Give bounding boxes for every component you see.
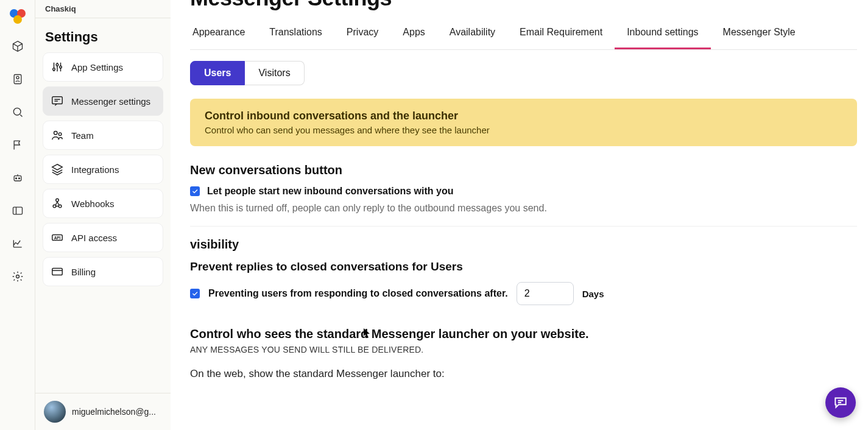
prevent-replies-checkbox[interactable] (190, 289, 200, 298)
webhook-icon (51, 197, 64, 210)
tab-privacy[interactable]: Privacy (334, 16, 390, 49)
tab-translations[interactable]: Translations (257, 16, 334, 49)
sidebar-title: Settings (35, 18, 171, 52)
sidebar-item-billing[interactable]: Billing (43, 257, 163, 286)
svg-point-17 (53, 205, 56, 208)
rail-bot-icon[interactable] (5, 166, 30, 190)
chat-icon (51, 94, 64, 108)
svg-text:API: API (54, 236, 61, 240)
sidebar: Chaskiq Settings App Settings Messenger … (35, 0, 171, 430)
avatar (44, 401, 66, 423)
main-content: Messenger Settings Appearance Translatio… (171, 0, 868, 430)
sidebar-item-api-access[interactable]: API API access (43, 223, 163, 252)
new-conversations-heading: New conversations button (190, 163, 868, 177)
rail-search-icon[interactable] (5, 100, 30, 124)
svg-point-7 (15, 178, 16, 179)
svg-point-5 (13, 108, 21, 115)
svg-point-11 (53, 68, 55, 71)
tab-messenger-style[interactable]: Messenger Style (711, 16, 808, 49)
sidebar-item-label: Integrations (71, 164, 119, 175)
rail-flag-icon[interactable] (5, 133, 30, 157)
prevent-replies-heading: Prevent replies to closed conversations … (190, 260, 868, 273)
svg-point-4 (16, 76, 18, 79)
card-icon (51, 265, 64, 278)
brand-label[interactable]: Chaskiq (35, 0, 171, 18)
banner-subtitle: Control who can send you messages and wh… (205, 125, 842, 135)
sidebar-item-label: Team (71, 130, 94, 141)
sidebar-item-integrations[interactable]: Integrations (43, 155, 163, 184)
svg-point-13 (60, 66, 62, 68)
app-logo[interactable] (8, 6, 27, 26)
sidebar-user[interactable]: miguelmichelson@g... (35, 393, 171, 430)
divider (190, 226, 857, 227)
sidebar-item-messenger-settings[interactable]: Messenger settings (43, 86, 163, 116)
rail-chart-icon[interactable] (5, 231, 30, 256)
svg-point-19 (56, 199, 59, 202)
svg-point-16 (58, 133, 62, 136)
tab-availability[interactable]: Availability (437, 16, 507, 49)
icon-rail (0, 0, 35, 430)
tab-apps[interactable]: Apps (390, 16, 437, 49)
days-input[interactable] (517, 282, 574, 305)
sidebar-item-app-settings[interactable]: App Settings (43, 52, 163, 82)
svg-point-10 (16, 275, 19, 278)
rail-panel-icon[interactable] (5, 199, 30, 223)
tab-email-requirement[interactable]: Email Requirement (507, 16, 615, 49)
svg-rect-9 (13, 207, 22, 214)
sliders-icon (51, 60, 64, 74)
svg-rect-14 (52, 97, 63, 104)
launcher-question: On the web, show the standard Messenger … (190, 368, 868, 380)
launcher-heading: Control who sees the standard Messenger … (190, 327, 868, 341)
rail-contacts-icon[interactable] (5, 67, 30, 91)
subtab-visitors[interactable]: Visitors (245, 61, 304, 85)
svg-point-12 (56, 64, 58, 66)
launcher-subtitle: ANY MESSAGES YOU SEND WILL STILL BE DELI… (190, 345, 868, 354)
rail-gear-icon[interactable] (5, 264, 30, 289)
sidebar-item-team[interactable]: Team (43, 121, 163, 150)
messenger-launcher-button[interactable] (825, 387, 856, 418)
layers-icon (51, 163, 64, 176)
sidebar-item-label: Webhooks (71, 199, 115, 209)
sidebar-item-label: Billing (71, 267, 96, 277)
tab-appearance[interactable]: Appearance (190, 16, 257, 49)
svg-point-18 (58, 205, 62, 208)
svg-point-2 (13, 15, 22, 24)
sidebar-item-label: API access (71, 233, 117, 243)
subtabs: Users Visitors (190, 61, 868, 85)
team-icon (51, 129, 64, 142)
sidebar-item-label: Messenger settings (71, 96, 150, 107)
new-conversations-checkbox[interactable] (190, 186, 200, 196)
subtab-users[interactable]: Users (190, 61, 245, 85)
banner-title: Control inbound conversations and the la… (205, 110, 842, 122)
sidebar-item-label: App Settings (71, 62, 123, 72)
prevent-replies-check-label: Preventing users from responding to clos… (208, 288, 508, 299)
user-email: miguelmichelson@g... (72, 407, 156, 417)
visibility-heading: visibility (190, 238, 868, 252)
info-banner: Control inbound conversations and the la… (190, 99, 857, 146)
svg-point-8 (18, 178, 19, 179)
page-title: Messenger Settings (190, 0, 868, 11)
days-label: Days (582, 289, 604, 299)
sidebar-item-webhooks[interactable]: Webhooks (43, 189, 163, 218)
rail-cube-icon[interactable] (5, 34, 30, 58)
api-icon: API (51, 231, 64, 244)
svg-rect-22 (52, 269, 63, 275)
tabs: Appearance Translations Privacy Apps Ava… (190, 16, 857, 50)
tab-inbound-settings[interactable]: Inbound settings (615, 16, 710, 49)
new-conversations-help: When this is turned off, people can only… (190, 203, 868, 214)
new-conversations-check-label: Let people start new inbound conversatio… (207, 186, 453, 197)
svg-point-15 (54, 132, 58, 135)
